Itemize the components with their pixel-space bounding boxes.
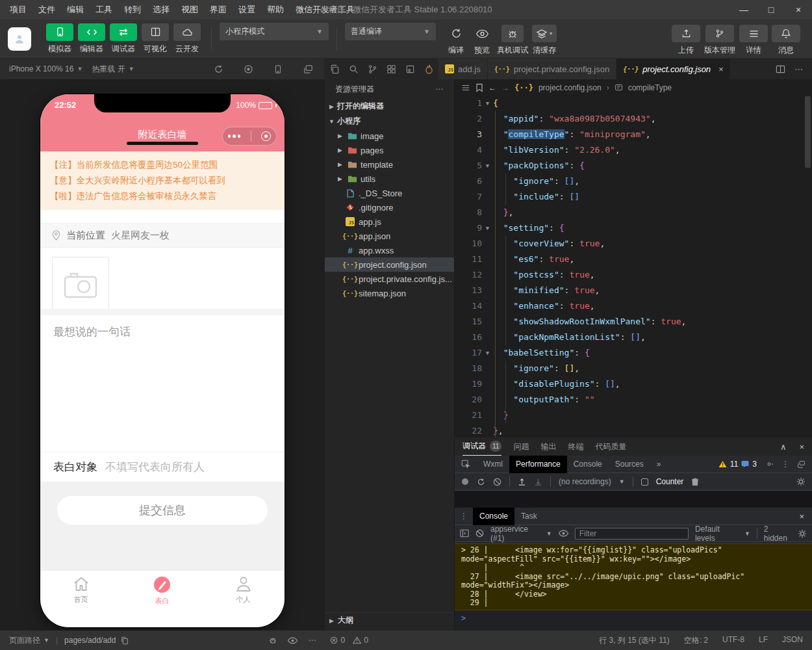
trash-icon[interactable] <box>691 478 699 486</box>
tab-add.js[interactable]: JSadd.js <box>438 58 488 79</box>
menu-转到[interactable]: 转到 <box>118 0 147 20</box>
split-editor-icon[interactable] <box>776 64 785 74</box>
capsule-menu[interactable] <box>222 127 277 146</box>
npm-icon[interactable] <box>403 62 417 76</box>
outline-list-icon[interactable] <box>461 83 470 92</box>
more-icon[interactable] <box>228 135 241 138</box>
save-profile-icon[interactable] <box>534 478 542 486</box>
tree-item-app.json[interactable]: {··}app.json <box>325 229 454 243</box>
reload-record-icon[interactable] <box>477 478 485 486</box>
hot-reload-toggle[interactable]: 热重载 开 <box>92 64 125 75</box>
panel-close-icon[interactable]: × <box>799 442 804 452</box>
panel-tab-输出[interactable]: 输出 <box>540 437 556 456</box>
context-select[interactable]: appservice (#1) <box>490 525 540 543</box>
refresh-icon[interactable] <box>211 62 225 76</box>
extensions-icon[interactable] <box>384 62 398 76</box>
phone-tab-首页[interactable]: 首页 <box>40 576 121 604</box>
hidden-count[interactable]: 2 hidden <box>764 525 791 543</box>
phone-tab-个人[interactable]: 个人 <box>203 576 284 604</box>
panel-tab-终端[interactable]: 终端 <box>568 437 583 456</box>
code-editor[interactable]: ← → {··} project.config.json › compileTy… <box>455 79 812 437</box>
menu-设置[interactable]: 设置 <box>233 0 261 20</box>
clear-icon[interactable] <box>493 478 501 486</box>
undock-icon[interactable] <box>797 460 806 469</box>
action-详情[interactable]: 详情 <box>739 25 768 56</box>
nav-back-icon[interactable]: ← <box>488 83 496 92</box>
console-settings-icon[interactable] <box>798 529 807 538</box>
device-select[interactable]: iPhone X 100% 16 <box>9 64 73 73</box>
action-编译[interactable]: 编译 <box>445 25 467 56</box>
section-miniprogram[interactable]: ▼小程序 <box>325 114 454 129</box>
issues-count[interactable]: 3 <box>752 460 757 469</box>
action-清缓存[interactable]: ▾清缓存 <box>532 25 557 56</box>
inspect-icon[interactable] <box>455 456 477 473</box>
compile-mode-select[interactable]: 普通编译▼ <box>345 23 436 40</box>
tree-item-project.config.json[interactable]: {··}project.config.json <box>325 257 454 272</box>
console-eye-icon[interactable] <box>559 530 568 537</box>
fold-icon[interactable]: ▼ <box>482 158 493 174</box>
explorer-more-icon[interactable]: ⋯ <box>435 84 444 94</box>
miniprogram-mode-select[interactable]: 小程序模式▼ <box>220 23 329 40</box>
load-profile-icon[interactable] <box>518 478 526 486</box>
status-item[interactable]: UTF-8 <box>722 635 744 646</box>
tree-item-.gitignore[interactable]: .gitignore <box>325 200 454 214</box>
recordings-select[interactable]: (no recordings) <box>559 477 611 486</box>
menu-项目[interactable]: 项目 <box>4 0 32 20</box>
tree-item-template[interactable]: ▶template <box>325 157 454 172</box>
tab-project.private.config.json[interactable]: {··}project.private.config.json <box>488 58 617 79</box>
menu-界面[interactable]: 界面 <box>204 0 233 20</box>
levels-select[interactable]: Default levels <box>695 525 738 543</box>
statusbar-more-icon[interactable]: ⋯ <box>308 636 316 645</box>
counter-checkbox[interactable] <box>641 478 648 486</box>
exit-target-icon[interactable] <box>261 131 271 141</box>
breadcrumb-symbol[interactable]: compileType <box>628 83 672 92</box>
console-sidebar-icon[interactable] <box>460 529 469 538</box>
perf-settings-icon[interactable] <box>796 477 806 486</box>
drawer-close-icon[interactable]: × <box>791 512 812 521</box>
files-icon[interactable] <box>327 62 342 76</box>
menu-工具[interactable]: 工具 <box>90 0 118 20</box>
avatar[interactable] <box>8 27 31 51</box>
drawer-tab-Task[interactable]: Task <box>514 508 544 525</box>
fold-icon[interactable]: ▼ <box>482 96 493 111</box>
git-icon[interactable] <box>365 62 379 76</box>
maximize-icon[interactable]: □ <box>757 0 785 20</box>
action-真机调试[interactable]: 真机调试 <box>497 25 528 56</box>
tool-可视化[interactable]: 可视化 <box>140 23 171 55</box>
devtools-menu-icon[interactable]: ⋮ <box>781 460 789 469</box>
menu-文件[interactable]: 文件 <box>32 0 61 20</box>
section-open-editors[interactable]: ▶打开的编辑器 <box>325 99 454 114</box>
phone-tab-表白[interactable]: 表白 <box>121 576 203 606</box>
panel-tab-问题[interactable]: 问题 <box>513 437 529 456</box>
action-上传[interactable]: 上传 <box>672 25 700 56</box>
tree-item-image[interactable]: ▶image <box>325 129 454 143</box>
nav-forward-icon[interactable]: → <box>501 83 509 92</box>
devtools-tab-»[interactable]: » <box>650 456 668 473</box>
status-item[interactable]: JSON <box>782 635 803 646</box>
errors-icon[interactable] <box>330 636 338 644</box>
warning-count[interactable]: 11 <box>730 460 738 469</box>
flame-icon[interactable] <box>422 62 436 76</box>
panel-tab-调试器[interactable]: 调试器11 <box>463 437 501 456</box>
devtools-tab-Wxml[interactable]: Wxml <box>477 456 509 473</box>
devtools-settings-icon[interactable] <box>765 460 774 469</box>
close-icon[interactable]: × <box>785 0 812 20</box>
drawer-menu-icon[interactable]: ⋮ <box>455 512 473 521</box>
tab-more-icon[interactable]: ⋯ <box>794 64 803 74</box>
menu-视图[interactable]: 视图 <box>175 0 204 20</box>
fold-icon[interactable]: ▼ <box>482 220 493 236</box>
page-path-select[interactable]: 页面路径 <box>9 635 40 646</box>
tool-模拟器[interactable]: 模拟器 <box>44 23 75 55</box>
console-warning-message[interactable]: > 26 | <image wx:for="{{imglist}}" class… <box>455 543 812 610</box>
record-icon[interactable] <box>241 62 255 76</box>
filter-input[interactable] <box>575 528 689 540</box>
tree-item-utils[interactable]: ▶utils <box>325 172 454 186</box>
console-clear-icon[interactable] <box>476 529 484 538</box>
panel-collapse-icon[interactable]: ∧ <box>780 442 787 452</box>
tool-云开发[interactable]: 云开发 <box>171 23 203 55</box>
tree-item-._DS_Store[interactable]: ._DS_Store <box>325 186 454 200</box>
console-prompt-icon[interactable]: > <box>461 614 466 623</box>
breadcrumb-file[interactable]: project.config.json <box>539 83 602 92</box>
code-area[interactable]: 1▼{2 "appid": "wxa8a0987b05074943",3 "co… <box>455 96 812 439</box>
tree-item-pages[interactable]: ▶pages <box>325 143 454 157</box>
